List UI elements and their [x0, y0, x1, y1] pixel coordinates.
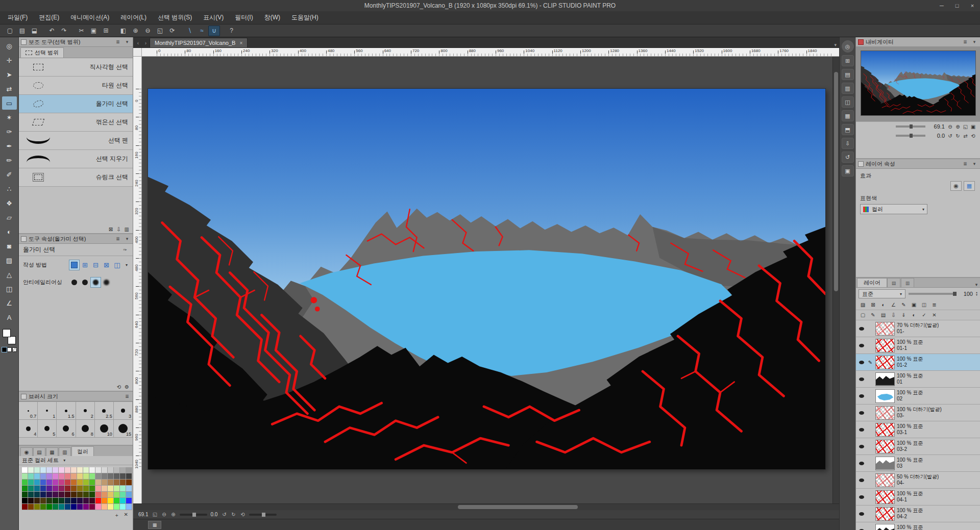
layer-row[interactable]: ✎ 100 % 표준 03: [856, 455, 980, 472]
delete-color-swatch-icon[interactable]: ✕: [124, 512, 128, 519]
tab-list-icon[interactable]: ▾: [834, 42, 837, 47]
color-set-dropdown-icon[interactable]: ▾: [63, 458, 65, 463]
layer-row[interactable]: ✎ 100 % 표준 04-2: [856, 506, 980, 522]
color-swatch[interactable]: [95, 492, 102, 498]
color-swatch[interactable]: [114, 492, 120, 498]
color-swatch[interactable]: [40, 467, 46, 473]
operation-tool[interactable]: ➤: [2, 68, 17, 81]
color-set-tab[interactable]: 컬러: [71, 446, 94, 456]
enable-mask-button[interactable]: ◐: [879, 301, 888, 309]
expression-color-dropdown[interactable]: 컬러 ▾: [860, 204, 927, 214]
paste-button[interactable]: ⊞: [100, 26, 112, 36]
vertical-scrollbar[interactable]: [832, 57, 839, 503]
minimize-button[interactable]: ─: [934, 0, 949, 11]
color-swatch[interactable]: [34, 498, 40, 504]
color-swatch[interactable]: [59, 486, 65, 492]
canvas-viewport[interactable]: 0801602403204004805606407208008809601040: [133, 57, 839, 503]
material-monochrome-dock-button[interactable]: ▥: [842, 83, 854, 94]
color-swatch[interactable]: [40, 498, 46, 504]
color-swatch[interactable]: [114, 467, 120, 473]
divide-palette-button[interactable]: ◫: [920, 301, 928, 309]
panel-menu-icon[interactable]: ≣: [124, 394, 131, 399]
color-swatch[interactable]: [77, 492, 83, 498]
nav-flip-horizontal-button[interactable]: ⇄: [962, 133, 969, 139]
color-swatch[interactable]: [65, 479, 71, 486]
color-swatch[interactable]: [89, 498, 95, 504]
color-swatch[interactable]: [108, 467, 114, 473]
lock-layer-button[interactable]: ⊠: [869, 301, 877, 309]
aa-strong-button[interactable]: [101, 277, 112, 288]
color-swatch[interactable]: [95, 473, 102, 479]
selection-add-button[interactable]: ⊞: [80, 260, 90, 270]
aa-weak-button[interactable]: [80, 277, 90, 288]
color-swatch[interactable]: [83, 498, 89, 504]
zoom-tool[interactable]: ◎: [2, 39, 17, 53]
color-swatch[interactable]: [22, 473, 28, 479]
color-swatch[interactable]: [22, 486, 28, 492]
color-swatch[interactable]: [59, 479, 65, 486]
color-swatch[interactable]: [120, 467, 126, 473]
menu-item[interactable]: 필터(I): [229, 11, 258, 24]
sub-color-icon[interactable]: [7, 347, 12, 352]
layer-visibility-toggle[interactable]: [858, 394, 865, 398]
pen-tool[interactable]: ✒: [2, 139, 17, 153]
color-swatch[interactable]: [114, 498, 120, 504]
document-tab[interactable]: MonthlyTIPS201907_Volcano_B ×: [150, 38, 248, 47]
color-swatch[interactable]: [71, 498, 77, 504]
color-swatch[interactable]: [126, 486, 132, 492]
color-swatch[interactable]: [40, 486, 46, 492]
color-swatch[interactable]: [120, 504, 126, 510]
color-swatch[interactable]: [102, 467, 108, 473]
transfer-to-lower-button[interactable]: ⇩: [889, 311, 898, 319]
gradient-tool[interactable]: ▨: [2, 254, 17, 267]
color-swatch[interactable]: [40, 479, 46, 486]
layer-visibility-toggle[interactable]: [858, 478, 865, 482]
color-swatch[interactable]: [120, 486, 126, 492]
color-swatch[interactable]: [77, 467, 83, 473]
layer-visibility-toggle[interactable]: [858, 327, 865, 331]
brush-size-cell[interactable]: 8: [76, 420, 95, 438]
color-swatch[interactable]: [46, 479, 53, 486]
information-dock-button[interactable]: ▣: [842, 165, 854, 176]
layer-move-tool[interactable]: ⇄: [2, 82, 17, 95]
subtool-item[interactable]: 선택 펜: [19, 132, 133, 150]
layer-visibility-toggle[interactable]: [858, 445, 865, 448]
color-swatch[interactable]: [114, 479, 120, 486]
color-swatch[interactable]: [59, 498, 65, 504]
main-color-icon[interactable]: [2, 347, 7, 352]
layer-thumbnail[interactable]: [875, 440, 895, 453]
nav-fit-button[interactable]: ◱: [962, 124, 969, 130]
horizontal-scrollbar[interactable]: [133, 503, 839, 510]
subtool-item[interactable]: 타원 선택: [19, 77, 133, 95]
color-swatch[interactable]: [53, 486, 59, 492]
subtool-item[interactable]: 슈링크 선택: [19, 168, 133, 187]
new-vector-layer-button[interactable]: ✎: [869, 311, 877, 319]
nav-actual-size-button[interactable]: ▣: [969, 124, 977, 130]
merge-with-lower-button[interactable]: ⇓: [899, 311, 908, 319]
color-swatch[interactable]: [53, 492, 59, 498]
open-file-button[interactable]: ▤: [16, 26, 28, 36]
color-swatch[interactable]: [89, 492, 95, 498]
layer-visibility-toggle[interactable]: [858, 344, 865, 347]
color-swatch[interactable]: [22, 498, 28, 504]
subtool-group-tab[interactable]: 선택 범위: [20, 47, 64, 58]
color-swatch[interactable]: [108, 504, 114, 510]
import-subtool-icon[interactable]: ⇩: [116, 226, 120, 232]
color-swatch[interactable]: [77, 504, 83, 510]
color-swatch[interactable]: [83, 486, 89, 492]
color-swatch[interactable]: [114, 504, 120, 510]
color-swatch[interactable]: [71, 492, 77, 498]
selection-intersect-button[interactable]: ⊠: [101, 260, 112, 270]
horizontal-scrollbar-thumb[interactable]: [458, 505, 578, 509]
color-swatch[interactable]: [28, 467, 34, 473]
color-swatch[interactable]: [65, 498, 71, 504]
fill-button[interactable]: ◧: [117, 26, 129, 36]
approximate-color-tab[interactable]: ▥: [59, 447, 71, 456]
selection-tool[interactable]: ▭: [2, 96, 17, 110]
status-reset-button[interactable]: ⟲: [239, 512, 246, 517]
help-button[interactable]: ?: [226, 26, 237, 36]
status-rotate-slider[interactable]: [249, 514, 277, 516]
transparency-lock-button[interactable]: ▨: [859, 301, 867, 309]
text-tool[interactable]: A: [2, 311, 17, 324]
save-file-button[interactable]: ⬓: [29, 26, 40, 36]
